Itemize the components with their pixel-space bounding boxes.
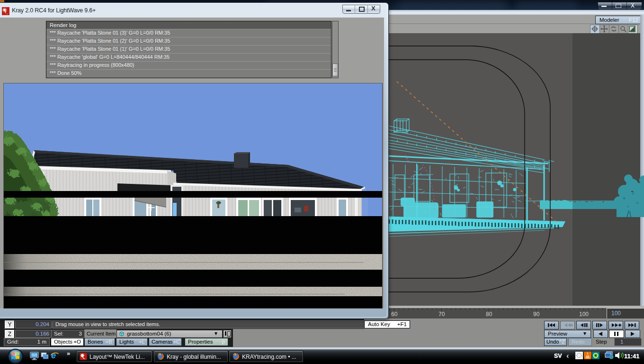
svg-text:70: 70 [438, 311, 445, 318]
svg-text:e: e [51, 351, 56, 360]
svg-text:80: 80 [486, 311, 492, 318]
svg-text:90: 90 [533, 311, 540, 318]
svg-text:100: 100 [579, 311, 589, 318]
svg-text:60: 60 [391, 311, 398, 318]
